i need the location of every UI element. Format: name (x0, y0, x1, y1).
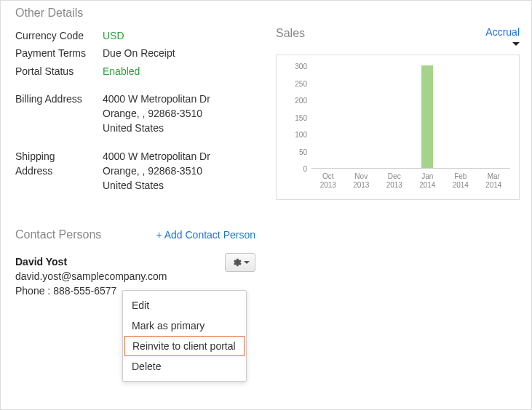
chart-gridline: 250 (311, 83, 510, 84)
chart-y-tick: 250 (295, 79, 311, 87)
chart-x-tick: Oct2013 (320, 168, 336, 190)
shipping-address-label-1: Shipping (15, 149, 103, 164)
billing-line1: 4000 W Metropolitan Dr (103, 92, 210, 106)
menu-item-delete[interactable]: Delete (123, 356, 246, 377)
chart-y-tick: 0 (303, 165, 311, 173)
gear-icon (231, 257, 242, 268)
other-details-heading: Other Details (15, 7, 263, 20)
chart-gridline: 100 (311, 134, 510, 134)
shipping-address-block: Shipping Address 4000 W Metropolitan Dr … (15, 149, 263, 193)
sales-chart-title: Sales (276, 27, 305, 40)
billing-line3: United States (103, 121, 210, 135)
chart-gridline: 50 (311, 151, 510, 152)
payment-terms-label: Payment Terms (15, 46, 103, 60)
portal-status-label: Portal Status (15, 64, 103, 79)
chart-x-tick: Dec2013 (386, 168, 402, 190)
billing-address-block: Billing Address 4000 W Metropolitan Dr O… (15, 92, 263, 136)
chart-gridline: 300 (311, 65, 510, 66)
contact-email: david.yost@samplecompany.com (15, 269, 255, 284)
contact-name: David Yost (15, 254, 255, 269)
chart-gridline: 200 (311, 100, 510, 100)
accrual-basis-label: Accrual (485, 26, 520, 38)
chart-gridline: 150 (311, 117, 510, 118)
shipping-address-label-2: Address (15, 164, 103, 178)
chart-y-tick: 300 (295, 63, 311, 71)
portal-status-row: Portal Status Enabled (15, 64, 263, 79)
payment-terms-row: Payment Terms Due On Receipt (15, 46, 263, 60)
shipping-line3: United States (103, 178, 210, 193)
menu-item-mark-primary[interactable]: Mark as primary (123, 315, 246, 336)
chart-y-tick: 50 (299, 148, 311, 156)
menu-item-edit[interactable]: Edit (123, 295, 246, 315)
currency-label: Currency Code (15, 28, 103, 43)
chart-x-tick: Jan2014 (419, 168, 435, 190)
contact-actions-dropdown: Edit Mark as primary Reinvite to client … (122, 290, 247, 382)
chart-bar (421, 65, 433, 168)
chart-x-tick: Mar2014 (485, 168, 501, 190)
accrual-basis-dropdown[interactable]: Accrual (485, 27, 520, 47)
portal-status-value: Enabled (103, 64, 140, 79)
caret-down-icon (244, 261, 250, 264)
chart-y-tick: 100 (295, 131, 311, 139)
contact-actions-button[interactable] (225, 253, 255, 272)
shipping-line2: Orange, , 92868-3510 (103, 164, 210, 178)
currency-value: USD (103, 28, 124, 43)
billing-address-label: Billing Address (15, 92, 103, 136)
add-contact-person-link[interactable]: + Add Contact Person (156, 229, 255, 241)
contact-persons-heading: Contact Persons (15, 228, 101, 241)
sales-chart: 050100150200250300Oct2013Nov2013Dec2013J… (276, 55, 520, 200)
payment-terms-value: Due On Receipt (103, 46, 175, 60)
billing-line2: Orange, , 92868-3510 (103, 106, 210, 121)
chart-gridline: 0 (311, 168, 510, 169)
chart-y-tick: 150 (295, 113, 311, 121)
shipping-line1: 4000 W Metropolitan Dr (103, 149, 210, 164)
chart-y-tick: 200 (295, 97, 311, 105)
chart-x-tick: Feb2014 (453, 168, 469, 190)
menu-item-reinvite[interactable]: Reinvite to client portal (124, 336, 245, 356)
caret-down-icon (512, 42, 520, 46)
currency-row: Currency Code USD (15, 28, 263, 43)
chart-x-tick: Nov2013 (353, 168, 369, 190)
